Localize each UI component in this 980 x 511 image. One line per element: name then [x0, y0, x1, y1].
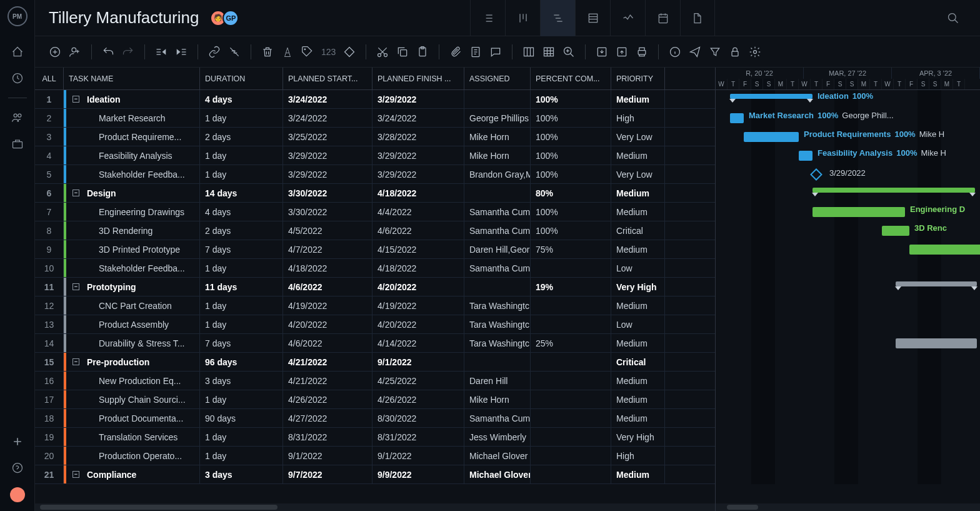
cell-start[interactable]: 4/19/2022: [283, 296, 372, 315]
cell-dur[interactable]: 1 day: [200, 109, 283, 127]
cell-asg[interactable]: Brandon Gray,M: [464, 165, 531, 183]
cell-dur[interactable]: 1 day: [200, 259, 283, 277]
cell-pct[interactable]: 25%: [531, 334, 611, 352]
user-avatar[interactable]: [10, 487, 25, 502]
cell-fin[interactable]: 4/19/2022: [372, 296, 464, 315]
cell-asg[interactable]: Michael Glover: [464, 447, 531, 465]
column-header[interactable]: PERCENT COM...: [531, 68, 611, 89]
cell-pri[interactable]: Medium: [611, 372, 665, 390]
cell-start[interactable]: 3/24/2022: [283, 109, 372, 127]
app-logo[interactable]: PM: [8, 6, 28, 26]
cell-dur[interactable]: 96 days: [200, 353, 283, 371]
milestone-icon[interactable]: [810, 168, 822, 181]
cell-fin[interactable]: 3/28/2022: [372, 128, 464, 146]
cell-asg[interactable]: Mike Horn: [464, 390, 531, 408]
cell-pct[interactable]: 100%: [531, 165, 611, 183]
cell-dur[interactable]: 7 days: [200, 334, 283, 352]
cell-pri[interactable]: Very High: [611, 428, 665, 446]
cell-fin[interactable]: 4/20/2022: [372, 278, 464, 296]
cell-pct[interactable]: [531, 259, 611, 277]
row-number[interactable]: 7: [35, 203, 64, 221]
view-board-icon[interactable]: [505, 0, 540, 36]
task-name-cell[interactable]: CNC Part Creation: [64, 296, 200, 315]
collapse-icon[interactable]: −: [72, 283, 79, 290]
gantt-bar[interactable]: Product Requirements100%Mike H: [744, 132, 799, 142]
task-name-cell[interactable]: −Compliance: [64, 465, 200, 483]
cell-pct[interactable]: [531, 428, 611, 446]
cell-start[interactable]: 4/6/2022: [283, 334, 372, 352]
task-row[interactable]: 93D Printed Prototype7 days4/7/20224/15/…: [35, 240, 715, 259]
cell-fin[interactable]: 4/14/2022: [372, 334, 464, 352]
import-icon[interactable]: [596, 46, 608, 58]
cell-pri[interactable]: Medium: [611, 184, 665, 202]
cell-dur[interactable]: 1 day: [200, 296, 283, 315]
row-number[interactable]: 3: [35, 128, 64, 146]
cell-asg[interactable]: Samantha Cum: [464, 259, 531, 277]
column-header[interactable]: ASSIGNED: [464, 68, 531, 89]
task-name-cell[interactable]: New Production Eq...: [64, 372, 200, 390]
cell-fin[interactable]: 4/6/2022: [372, 221, 464, 240]
settings-icon[interactable]: [749, 46, 761, 58]
row-number[interactable]: 2: [35, 109, 64, 127]
comment-icon[interactable]: [489, 46, 502, 58]
cell-fin[interactable]: 3/29/2022: [372, 165, 464, 183]
attachment-icon[interactable]: [449, 46, 462, 58]
cell-pct[interactable]: [531, 409, 611, 427]
cell-pri[interactable]: Medium: [611, 334, 665, 352]
row-number[interactable]: 17: [35, 390, 64, 408]
cell-pri[interactable]: Medium: [611, 465, 665, 483]
lock-icon[interactable]: [729, 46, 741, 58]
cell-fin[interactable]: 3/24/2022: [372, 109, 464, 127]
column-header[interactable]: PLANNED FINISH ...: [372, 68, 464, 89]
task-row[interactable]: 21−Compliance3 days9/7/20229/9/2022Micha…: [35, 465, 715, 484]
recent-icon[interactable]: [11, 71, 24, 85]
cell-pct[interactable]: 19%: [531, 278, 611, 296]
redo-icon[interactable]: [122, 46, 134, 58]
undo-icon[interactable]: [102, 46, 114, 58]
task-row[interactable]: 7Engineering Drawings4 days3/30/20224/4/…: [35, 203, 715, 221]
cell-pct[interactable]: 100%: [531, 203, 611, 221]
cell-pct[interactable]: [531, 296, 611, 315]
gantt-bar[interactable]: [896, 281, 977, 286]
cell-asg[interactable]: Mike Horn: [464, 146, 531, 164]
add-task-icon[interactable]: [49, 46, 61, 58]
cell-pri[interactable]: High: [611, 109, 665, 127]
filter-icon[interactable]: [709, 46, 721, 58]
row-number[interactable]: 9: [35, 240, 64, 258]
delete-icon[interactable]: [261, 46, 274, 58]
column-header[interactable]: DURATION: [200, 68, 283, 89]
gantt-bar[interactable]: Ideation100%: [730, 94, 812, 99]
column-header[interactable]: PLANNED START...: [283, 68, 372, 89]
row-number[interactable]: 13: [35, 315, 64, 333]
cell-pri[interactable]: Medium: [611, 203, 665, 221]
collapse-icon[interactable]: −: [72, 190, 79, 196]
row-number[interactable]: 21: [35, 465, 64, 483]
row-number[interactable]: 12: [35, 296, 64, 315]
task-row[interactable]: 16New Production Eq...3 days4/21/20224/2…: [35, 372, 715, 390]
cell-pct[interactable]: [531, 465, 611, 483]
view-gantt-icon[interactable]: [540, 0, 575, 36]
cell-asg[interactable]: George Phillips: [464, 109, 531, 127]
task-row[interactable]: 19Translation Services1 day8/31/20228/31…: [35, 428, 715, 447]
cell-fin[interactable]: 4/25/2022: [372, 372, 464, 390]
cell-dur[interactable]: 90 days: [200, 409, 283, 427]
task-row[interactable]: 17Supply Chain Sourci...1 day4/26/20224/…: [35, 390, 715, 409]
grid-icon[interactable]: [542, 46, 555, 58]
cell-asg[interactable]: Jess Wimberly: [464, 428, 531, 446]
cell-pri[interactable]: Medium: [611, 409, 665, 427]
task-row[interactable]: 14Durability & Stress T...7 days4/6/2022…: [35, 334, 715, 353]
gantt-bar[interactable]: 3D Renc: [882, 226, 909, 236]
cell-start[interactable]: 3/29/2022: [283, 146, 372, 164]
cell-start[interactable]: 3/29/2022: [283, 165, 372, 183]
cell-start[interactable]: 3/25/2022: [283, 128, 372, 146]
cell-dur[interactable]: 1 day: [200, 315, 283, 333]
task-row[interactable]: 11−Prototyping11 days4/6/20224/20/202219…: [35, 278, 715, 296]
cell-fin[interactable]: 8/31/2022: [372, 428, 464, 446]
cell-dur[interactable]: 3 days: [200, 465, 283, 483]
cell-fin[interactable]: 4/20/2022: [372, 315, 464, 333]
outdent-icon[interactable]: [155, 46, 168, 58]
cell-pri[interactable]: Critical: [611, 221, 665, 240]
cell-fin[interactable]: 9/9/2022: [372, 465, 464, 483]
task-row[interactable]: 5Stakeholder Feedba...1 day3/29/20223/29…: [35, 165, 715, 184]
search-icon[interactable]: [946, 11, 960, 25]
